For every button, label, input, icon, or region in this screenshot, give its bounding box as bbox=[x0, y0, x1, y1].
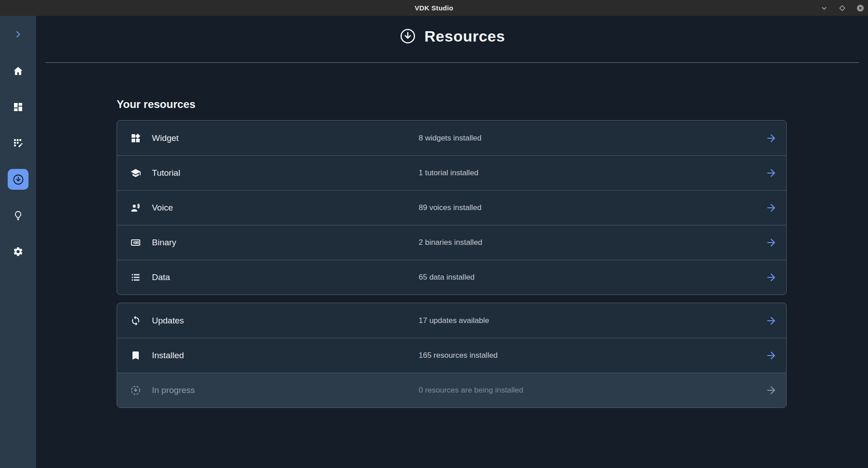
sidebar-item-resources[interactable] bbox=[0, 161, 36, 197]
resource-row-widget[interactable]: Widget 8 widgets installed bbox=[117, 121, 786, 155]
resource-row-binary[interactable]: Binary 2 binaries installed bbox=[117, 225, 786, 260]
home-icon bbox=[13, 66, 24, 76]
sidebar-item-editor[interactable] bbox=[0, 125, 36, 161]
header-divider bbox=[45, 62, 859, 63]
bookmark-icon bbox=[130, 350, 141, 361]
row-left: Widget bbox=[117, 133, 419, 144]
row-left: In progress bbox=[117, 385, 419, 396]
data-list-icon bbox=[130, 272, 141, 283]
row-left: Updates bbox=[117, 315, 419, 326]
row-status: 17 updates available bbox=[419, 316, 489, 325]
row-status: 0 resources are being installed bbox=[419, 386, 524, 395]
sidebar-item-settings[interactable] bbox=[0, 234, 36, 270]
row-left: Voice bbox=[117, 202, 419, 213]
arrow-right-icon bbox=[765, 315, 786, 327]
section-title: Your resources bbox=[117, 98, 868, 111]
arrow-right-icon bbox=[765, 271, 786, 283]
row-label: Data bbox=[152, 272, 170, 282]
row-label: In progress bbox=[152, 385, 195, 395]
arrow-right-icon bbox=[765, 384, 786, 396]
voice-icon bbox=[130, 202, 141, 213]
minimize-button[interactable] bbox=[820, 4, 828, 12]
window-title: VDK Studio bbox=[415, 4, 453, 12]
main-content: Resources Your resources Widget 8 widget… bbox=[36, 16, 868, 468]
sidebar bbox=[0, 16, 36, 468]
binary-icon bbox=[130, 237, 141, 248]
row-left: Data bbox=[117, 272, 419, 283]
row-label: Widget bbox=[152, 133, 179, 143]
sidebar-item-home[interactable] bbox=[0, 53, 36, 89]
close-button[interactable] bbox=[856, 4, 864, 12]
row-left: Tutorial bbox=[117, 168, 419, 178]
row-left: Installed bbox=[117, 350, 419, 361]
arrow-right-icon bbox=[765, 167, 786, 179]
row-status: 8 widgets installed bbox=[419, 134, 481, 143]
sidebar-expand-button[interactable] bbox=[0, 16, 36, 53]
row-label: Voice bbox=[152, 203, 173, 213]
page-title: Resources bbox=[425, 28, 505, 45]
arrow-right-icon bbox=[765, 237, 786, 248]
app-shell: Resources Your resources Widget 8 widget… bbox=[0, 16, 868, 468]
resource-row-voice[interactable]: Voice 89 voices installed bbox=[117, 190, 786, 225]
resource-status-card: Updates 17 updates available Installed 1… bbox=[117, 303, 787, 408]
row-status: 165 resources installed bbox=[419, 351, 498, 360]
diamond-icon bbox=[839, 5, 846, 12]
gear-icon bbox=[13, 246, 24, 257]
resource-row-tutorial[interactable]: Tutorial 1 tutorial installed bbox=[117, 155, 786, 190]
close-circle-icon bbox=[856, 4, 864, 12]
row-status: 1 tutorial installed bbox=[419, 168, 478, 178]
arrow-right-icon bbox=[765, 350, 786, 361]
resource-row-in-progress[interactable]: In progress 0 resources are being instal… bbox=[117, 373, 786, 407]
downloading-icon bbox=[130, 385, 141, 396]
sync-icon bbox=[130, 315, 141, 326]
sidebar-item-ideas[interactable] bbox=[0, 197, 36, 234]
window-controls bbox=[820, 0, 864, 16]
row-status: 2 binaries installed bbox=[419, 238, 482, 247]
download-circle-icon bbox=[12, 173, 24, 186]
row-label: Tutorial bbox=[152, 168, 180, 178]
chevron-down-icon bbox=[821, 5, 828, 12]
edit-grid-icon bbox=[13, 138, 24, 149]
page-header: Resources bbox=[36, 16, 868, 47]
row-label: Installed bbox=[152, 351, 184, 360]
row-status: 65 data installed bbox=[419, 273, 475, 282]
resource-row-data[interactable]: Data 65 data installed bbox=[117, 260, 786, 295]
resource-row-installed[interactable]: Installed 165 resources installed bbox=[117, 338, 786, 373]
row-label: Binary bbox=[152, 238, 176, 248]
lightbulb-icon bbox=[13, 210, 24, 221]
download-circle-icon bbox=[399, 28, 416, 45]
dashboard-icon bbox=[13, 102, 24, 112]
sidebar-active-highlight bbox=[8, 169, 28, 190]
resource-types-card: Widget 8 widgets installed Tutorial 1 tu… bbox=[117, 120, 787, 295]
row-status: 89 voices installed bbox=[419, 203, 481, 212]
row-label: Updates bbox=[152, 316, 184, 326]
resource-row-updates[interactable]: Updates 17 updates available bbox=[117, 303, 786, 338]
arrow-right-icon bbox=[765, 132, 786, 144]
sidebar-item-dashboard[interactable] bbox=[0, 89, 36, 125]
arrow-right-icon bbox=[765, 202, 786, 214]
chevron-right-icon bbox=[14, 30, 23, 39]
graduation-cap-icon bbox=[130, 168, 141, 178]
titlebar: VDK Studio bbox=[0, 0, 868, 16]
widgets-icon bbox=[130, 133, 141, 144]
maximize-button[interactable] bbox=[838, 4, 846, 12]
row-left: Binary bbox=[117, 237, 419, 248]
